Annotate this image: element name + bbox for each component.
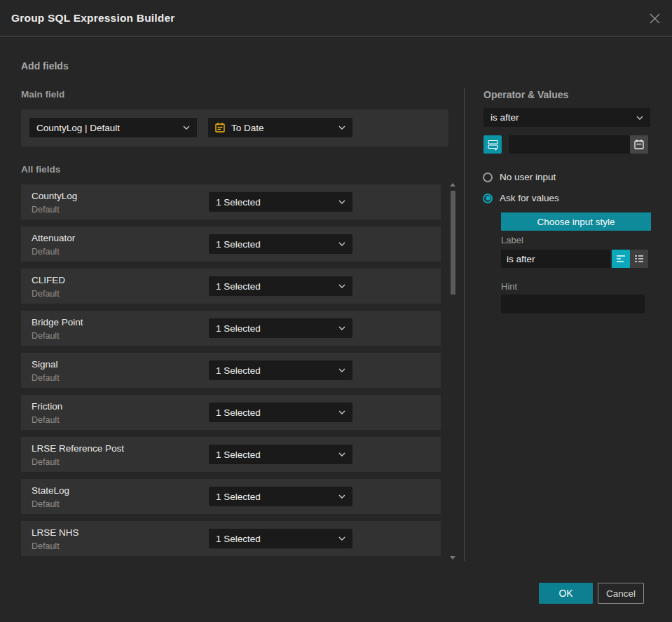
main-field-label: Main field xyxy=(21,89,64,100)
field-name: Attenuator xyxy=(32,233,75,243)
field-subtitle: Default xyxy=(32,457,60,467)
chevron-down-icon xyxy=(338,536,345,541)
chevron-down-icon xyxy=(338,368,345,372)
chevron-down-icon xyxy=(338,326,345,330)
field-name: LRSE NHS xyxy=(32,527,79,538)
field-selection-value: 1 Selected xyxy=(209,492,338,502)
chevron-down-icon xyxy=(338,452,345,457)
label-input[interactable] xyxy=(501,250,610,268)
field-selection-dropdown[interactable]: 1 Selected xyxy=(209,360,352,380)
field-selection-value: 1 Selected xyxy=(209,534,338,544)
radio-no-user-input[interactable]: No user input xyxy=(483,172,556,182)
field-selection-value: 1 Selected xyxy=(209,281,338,292)
chevron-down-icon xyxy=(338,410,345,414)
dialog-header: Group SQL Expression Builder xyxy=(0,0,672,36)
field-list-icon xyxy=(487,139,499,151)
dialog-title: Group SQL Expression Builder xyxy=(11,12,175,25)
field-selection-value: 1 Selected xyxy=(209,239,338,250)
field-type-dropdown[interactable]: To Date xyxy=(208,118,352,137)
field-name: LRSE Reference Post xyxy=(32,443,124,454)
text-input-style-button[interactable] xyxy=(612,250,630,268)
chevron-down-icon xyxy=(338,284,345,288)
ok-button[interactable]: OK xyxy=(539,583,593,604)
field-selection-dropdown[interactable]: 1 Selected xyxy=(209,445,352,464)
field-selection-dropdown[interactable]: 1 Selected xyxy=(209,487,352,506)
chevron-down-icon xyxy=(338,494,345,499)
field-subtitle: Default xyxy=(32,247,60,257)
field-row: Friction Default 1 Selected xyxy=(21,395,441,430)
field-selection-dropdown[interactable]: 1 Selected xyxy=(209,234,352,254)
field-name: Signal xyxy=(32,359,58,370)
hint-caption: Hint xyxy=(501,281,517,292)
main-field-dropdown[interactable]: CountyLog | Default xyxy=(29,118,197,137)
scrollbar-thumb[interactable] xyxy=(451,191,455,295)
radio-circle-icon xyxy=(483,173,493,182)
bulleted-list-icon xyxy=(634,255,644,263)
operator-values-heading: Operator & Values xyxy=(484,89,568,100)
field-name: StateLog xyxy=(32,485,69,496)
field-selection-value: 1 Selected xyxy=(209,365,338,376)
chevron-down-icon xyxy=(636,116,643,120)
radio-checked-icon xyxy=(483,194,493,203)
add-fields-heading: Add fields xyxy=(21,60,69,72)
field-subtitle: Default xyxy=(32,289,60,299)
choose-input-style-button[interactable]: Choose input style xyxy=(501,212,651,231)
field-subtitle: Default xyxy=(32,541,60,551)
field-selection-dropdown[interactable]: 1 Selected xyxy=(209,276,352,296)
field-subtitle: Default xyxy=(32,373,60,383)
chevron-down-icon xyxy=(183,126,190,130)
field-selection-value: 1 Selected xyxy=(209,449,338,460)
radio-ask-for-values[interactable]: Ask for values xyxy=(483,193,559,203)
calendar-icon xyxy=(633,139,645,150)
field-name: Bridge Point xyxy=(32,317,83,327)
field-subtitle: Default xyxy=(32,499,60,509)
chevron-down-icon xyxy=(338,200,345,204)
all-fields-scrollbar[interactable] xyxy=(449,182,457,561)
field-name: CountyLog xyxy=(32,191,77,201)
field-subtitle: Default xyxy=(32,415,60,425)
field-selection-dropdown[interactable]: 1 Selected xyxy=(209,192,352,212)
panel-divider xyxy=(464,88,465,561)
field-selection-dropdown[interactable]: 1 Selected xyxy=(209,403,352,422)
use-field-values-button[interactable] xyxy=(484,135,502,154)
chevron-down-icon xyxy=(338,242,345,246)
radio-no-user-input-label: No user input xyxy=(500,172,556,182)
operator-dropdown-value: is after xyxy=(484,112,636,123)
align-left-icon xyxy=(616,255,626,263)
date-value-input[interactable] xyxy=(509,135,630,154)
scroll-up-icon[interactable] xyxy=(450,183,455,187)
field-name: Friction xyxy=(32,401,62,412)
field-row: LRSE Reference Post Default 1 Selected xyxy=(21,437,441,472)
field-selection-value: 1 Selected xyxy=(209,323,338,334)
close-icon[interactable] xyxy=(647,11,662,26)
field-row: Bridge Point Default 1 Selected xyxy=(21,311,441,346)
all-fields-label: All fields xyxy=(21,164,60,175)
field-row: CountyLog Default 1 Selected xyxy=(21,184,441,219)
field-selection-dropdown[interactable]: 1 Selected xyxy=(209,318,352,338)
field-selection-value: 1 Selected xyxy=(209,197,338,208)
calendar-icon xyxy=(214,122,226,133)
field-selection-dropdown[interactable]: 1 Selected xyxy=(209,529,352,548)
cancel-button[interactable]: Cancel xyxy=(598,583,644,604)
field-row: LRSE NHS Default 1 Selected xyxy=(21,521,441,556)
field-row: Attenuator Default 1 Selected xyxy=(21,227,441,262)
field-subtitle: Default xyxy=(32,331,60,341)
label-caption: Label xyxy=(501,235,523,245)
group-sql-expression-builder-dialog: Group SQL Expression Builder Add fields … xyxy=(0,0,672,622)
field-type-dropdown-value: To Date xyxy=(231,123,338,133)
field-row: StateLog Default 1 Selected xyxy=(21,479,441,514)
chevron-down-icon xyxy=(338,126,345,130)
main-field-dropdown-value: CountyLog | Default xyxy=(29,123,183,133)
field-selection-value: 1 Selected xyxy=(209,407,338,418)
scroll-down-icon[interactable] xyxy=(450,556,455,560)
operator-dropdown[interactable]: is after xyxy=(484,108,650,127)
main-field-panel: CountyLog | Default To Date xyxy=(21,109,448,147)
list-input-style-button[interactable] xyxy=(630,250,648,268)
hint-input[interactable] xyxy=(501,295,645,313)
field-row: Signal Default 1 Selected xyxy=(21,353,441,388)
field-row: CLIFED Default 1 Selected xyxy=(21,269,441,304)
date-picker-button[interactable] xyxy=(630,135,648,154)
all-fields-list: CountyLog Default 1 Selected Attenuator … xyxy=(21,184,441,563)
field-name: CLIFED xyxy=(32,275,65,285)
radio-ask-for-values-label: Ask for values xyxy=(500,193,559,203)
